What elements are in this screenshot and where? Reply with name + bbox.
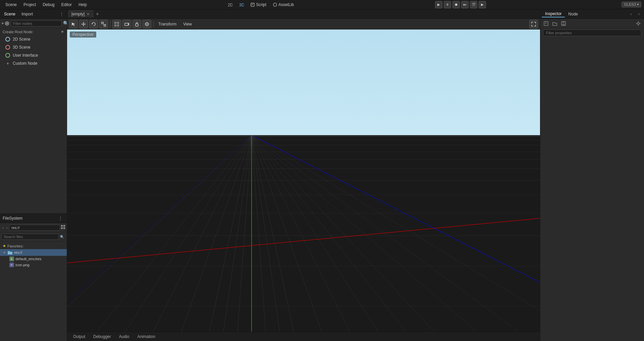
- select-tool-button[interactable]: [69, 20, 78, 29]
- fs-forward-button[interactable]: ›: [5, 224, 9, 231]
- tab-close-button[interactable]: ✕: [86, 12, 90, 16]
- menu-editor[interactable]: Editor: [59, 2, 74, 8]
- chevron-down-icon: ▼: [3, 251, 6, 254]
- menu-help[interactable]: Help: [76, 2, 90, 8]
- view-button[interactable]: View: [180, 21, 195, 27]
- tree-item-res[interactable]: ▼ res://: [0, 249, 67, 256]
- play-button[interactable]: ▶: [435, 1, 442, 8]
- menu-scene[interactable]: Scene: [3, 2, 19, 8]
- renderer-badge[interactable]: GLES3 ▾: [622, 2, 641, 7]
- toolbar-separator-2: [153, 21, 154, 27]
- mode-3d-button[interactable]: 3D: [236, 2, 247, 8]
- rotate-icon: [91, 22, 96, 26]
- tab-add-button[interactable]: +: [94, 11, 101, 17]
- inspector-save-button[interactable]: [560, 20, 567, 27]
- mode-2d-button[interactable]: 2D: [225, 2, 235, 8]
- rotate-tool-button[interactable]: [89, 20, 98, 29]
- filesystem-title: FileSystem: [3, 216, 57, 221]
- svg-line-54: [168, 135, 252, 332]
- fs-path-input[interactable]: [9, 225, 60, 231]
- play-scene-button[interactable]: 🎬: [470, 1, 477, 8]
- favorites-label: ★ Favorites:: [0, 243, 67, 249]
- node-option-custom[interactable]: + Custom Node: [1, 60, 65, 67]
- filter-nodes-input[interactable]: [11, 20, 62, 26]
- tab-scene[interactable]: Scene: [1, 11, 18, 17]
- svg-rect-10: [61, 227, 63, 229]
- filesystem-menu[interactable]: ⋮: [57, 215, 64, 222]
- fullscreen-icon: [531, 22, 536, 26]
- menu-debug[interactable]: Debug: [40, 2, 57, 8]
- svg-line-65: [252, 135, 470, 332]
- tab-node[interactable]: Node: [565, 11, 581, 17]
- svg-point-77: [637, 22, 639, 24]
- mode-3d-icon: 3D: [239, 2, 244, 7]
- svg-rect-8: [61, 225, 63, 227]
- svg-line-62: [252, 135, 369, 332]
- link-icon: [5, 21, 9, 26]
- tree-item-default-env[interactable]: E default_env.tres: [0, 256, 67, 262]
- layout-icon: [61, 225, 65, 229]
- tab-output[interactable]: Output: [70, 334, 89, 340]
- inspector-settings-button[interactable]: [635, 20, 642, 27]
- tab-animation[interactable]: Animation: [134, 334, 158, 340]
- search-files-input[interactable]: [1, 234, 59, 240]
- svg-rect-75: [562, 21, 565, 23]
- camera-button[interactable]: [122, 20, 131, 29]
- tab-inspector[interactable]: Inspector: [542, 11, 565, 17]
- menu-project[interactable]: Project: [21, 2, 39, 8]
- svg-line-68: [252, 135, 540, 332]
- node-option-2d[interactable]: 2D Scene: [1, 36, 65, 43]
- svg-rect-9: [63, 225, 65, 227]
- scene-panel: Scene Import ⋮ + 🔍 Create Root Node: ★ 2…: [0, 9, 67, 214]
- node-option-3d[interactable]: 3D Scene: [1, 44, 65, 51]
- node-circle-3d: [5, 45, 10, 50]
- toolbar-separator: [110, 21, 110, 27]
- lock-button[interactable]: [132, 20, 141, 29]
- viewport[interactable]: Perspective: [67, 30, 540, 332]
- gizmo-button[interactable]: [143, 20, 151, 29]
- inspector-open-folder-button[interactable]: [551, 20, 558, 27]
- svg-line-64: [252, 135, 436, 332]
- tree-item-icon-png[interactable]: P icon.png: [0, 262, 67, 268]
- instance-scene-button[interactable]: [5, 20, 9, 27]
- scale-tool-button[interactable]: [99, 20, 108, 29]
- svg-text:2D: 2D: [228, 3, 232, 7]
- add-node-button[interactable]: +: [1, 20, 4, 27]
- filesystem-panel: FileSystem ⋮ ‹ › 🔍 ★: [0, 214, 67, 341]
- inspector-forward-button[interactable]: ›: [635, 10, 643, 18]
- folder-open-icon: [552, 21, 557, 26]
- filesystem-nav: ‹ ›: [0, 223, 67, 232]
- fs-back-button[interactable]: ‹: [1, 224, 5, 231]
- tree-label-res: res://: [14, 250, 22, 254]
- grid-snap-button[interactable]: [112, 20, 121, 29]
- svg-line-66: [252, 135, 520, 332]
- png-file-icon: P: [9, 263, 14, 267]
- editor-tab-empty[interactable]: [empty] ✕: [68, 10, 93, 17]
- stop-button[interactable]: ⏹: [452, 1, 460, 8]
- assetlib-button[interactable]: AssetLib: [270, 2, 297, 8]
- svg-point-5: [273, 3, 277, 6]
- fullscreen-button[interactable]: [529, 20, 538, 29]
- camera-icon: [124, 22, 129, 26]
- svg-rect-21: [104, 24, 106, 26]
- tree-label-icon-png: icon.png: [15, 263, 30, 267]
- script-button[interactable]: Script: [248, 2, 269, 8]
- favorite-button[interactable]: ★: [61, 30, 64, 34]
- fs-layout-button[interactable]: [61, 224, 65, 231]
- tab-debugger[interactable]: Debugger: [90, 334, 114, 340]
- pause-button[interactable]: ⏸: [444, 1, 451, 8]
- transform-button[interactable]: Transform: [156, 21, 179, 27]
- filter-properties-input[interactable]: [543, 30, 641, 36]
- play-custom-button[interactable]: ▶: [479, 1, 486, 8]
- node-option-ui[interactable]: User Interface: [1, 52, 65, 59]
- move-tool-button[interactable]: [79, 20, 88, 29]
- inspector-new-script-button[interactable]: [542, 20, 550, 27]
- scene-panel-menu[interactable]: ⋮: [58, 11, 65, 17]
- svg-line-61: [252, 135, 335, 332]
- step-button[interactable]: ⏭: [461, 1, 469, 8]
- inspector-back-button[interactable]: ‹: [627, 10, 635, 18]
- search-files-button[interactable]: 🔍: [59, 233, 65, 240]
- svg-line-59: [252, 135, 285, 332]
- tab-import[interactable]: Import: [19, 11, 36, 17]
- tab-audio[interactable]: Audio: [116, 334, 133, 340]
